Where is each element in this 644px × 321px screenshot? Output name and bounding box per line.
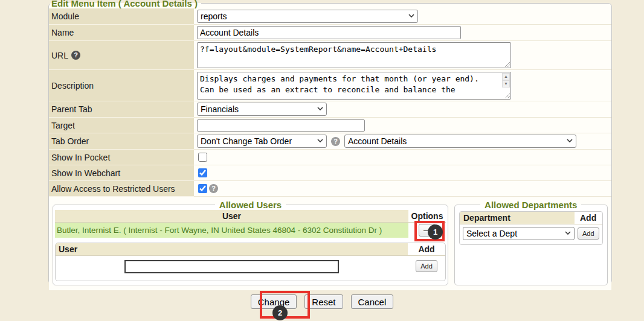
allow-restricted-row: Allow Access to Restricted Users ? xyxy=(49,181,611,197)
add-user-column-header: User xyxy=(56,243,408,255)
add-department-button[interactable]: Add xyxy=(578,227,599,240)
add-user-button[interactable]: Add xyxy=(416,260,437,272)
module-label: Module xyxy=(49,8,194,25)
allowed-users-section: Allowed Users User Options Butler, Inter… xyxy=(53,200,448,285)
department-add-column-header: Add xyxy=(575,212,602,224)
module-row: Module reports xyxy=(49,8,611,25)
description-label: Description xyxy=(49,70,194,101)
department-column-header: Department xyxy=(460,212,575,224)
url-row: URL ? ?f=layout&module=SystemReport&name… xyxy=(49,41,611,70)
url-help-icon[interactable]: ? xyxy=(71,51,80,60)
allowed-user-row: Butler, Internist E. ( Internist - Fort … xyxy=(55,223,446,238)
show-in-pocket-label: Show In Pocket xyxy=(49,150,194,165)
page: Edit Menu Item ( Account Details ) Modul… xyxy=(0,0,644,321)
options-column-header: Options xyxy=(408,210,446,222)
add-department-form: Department Add Select a Dept Add xyxy=(459,211,603,245)
target-input[interactable] xyxy=(197,119,365,132)
tab-order-help-icon[interactable]: ? xyxy=(331,137,340,146)
scroll-up-icon[interactable]: ▲ xyxy=(502,73,510,80)
show-in-webchart-label: Show In Webchart xyxy=(49,165,194,181)
change-button[interactable]: Change xyxy=(251,294,297,309)
target-row: Target xyxy=(49,118,611,133)
target-label: Target xyxy=(49,118,194,133)
edit-menu-item-form: Edit Menu Item ( Account Details ) Modul… xyxy=(48,0,612,284)
tab-order-row: Tab Order Don't Change Tab Order ? Accou… xyxy=(49,133,611,150)
cancel-button[interactable]: Cancel xyxy=(351,294,394,309)
add-user-header: User Add xyxy=(56,243,445,256)
parent-tab-select[interactable]: Financials xyxy=(197,103,327,116)
department-select[interactable]: Select a Dept xyxy=(463,227,575,240)
show-in-pocket-checkbox[interactable] xyxy=(198,153,207,162)
allowed-departments-legend: Allowed Departments xyxy=(480,200,581,210)
department-header: Department Add xyxy=(460,212,602,224)
allowed-user-name: Butler, Internist E. ( Internist - Fort … xyxy=(55,223,408,238)
url-label: URL xyxy=(51,51,68,60)
scroll-down-icon[interactable]: ▼ xyxy=(502,80,510,87)
allowed-departments-section: Allowed Departments Department Add Selec… xyxy=(454,200,608,285)
show-in-webchart-row: Show In Webchart xyxy=(49,165,611,181)
permissions-row: Allowed Users User Options Butler, Inter… xyxy=(49,197,611,290)
tab-order-item-select[interactable]: Account Details xyxy=(344,135,576,148)
name-input[interactable] xyxy=(197,26,461,39)
name-label: Name xyxy=(49,25,194,41)
parent-tab-label: Parent Tab xyxy=(49,101,194,118)
module-select[interactable]: reports xyxy=(197,10,418,23)
add-user-form: User Add Add xyxy=(55,243,446,281)
page-title: Edit Menu Item ( Account Details ) xyxy=(50,0,201,8)
add-user-input[interactable] xyxy=(124,260,339,273)
reset-button[interactable]: Reset xyxy=(304,294,343,309)
url-textarea[interactable]: ?f=layout&module=SystemReport&name=Accou… xyxy=(197,42,511,68)
allowed-users-header: User Options xyxy=(55,210,446,223)
allowed-users-legend: Allowed Users xyxy=(215,200,286,210)
name-row: Name xyxy=(49,25,611,41)
remove-user-button[interactable]: — xyxy=(419,224,436,237)
show-in-webchart-checkbox[interactable] xyxy=(198,168,207,177)
allow-restricted-help-icon[interactable]: ? xyxy=(209,184,218,193)
show-in-pocket-row: Show In Pocket xyxy=(49,150,611,165)
allow-restricted-label: Allow Access to Restricted Users xyxy=(49,181,194,197)
parent-tab-row: Parent Tab Financials xyxy=(49,101,611,118)
allow-restricted-checkbox[interactable] xyxy=(198,184,207,193)
action-buttons: Change Reset Cancel xyxy=(0,294,644,309)
tab-order-label: Tab Order xyxy=(49,133,194,150)
user-column-header: User xyxy=(55,210,408,222)
description-textarea[interactable]: Displays charges and payments for that m… xyxy=(197,72,511,100)
add-column-header: Add xyxy=(408,243,445,255)
tab-order-select[interactable]: Don't Change Tab Order xyxy=(197,135,327,148)
description-row: Description Displays charges and payment… xyxy=(49,70,611,101)
